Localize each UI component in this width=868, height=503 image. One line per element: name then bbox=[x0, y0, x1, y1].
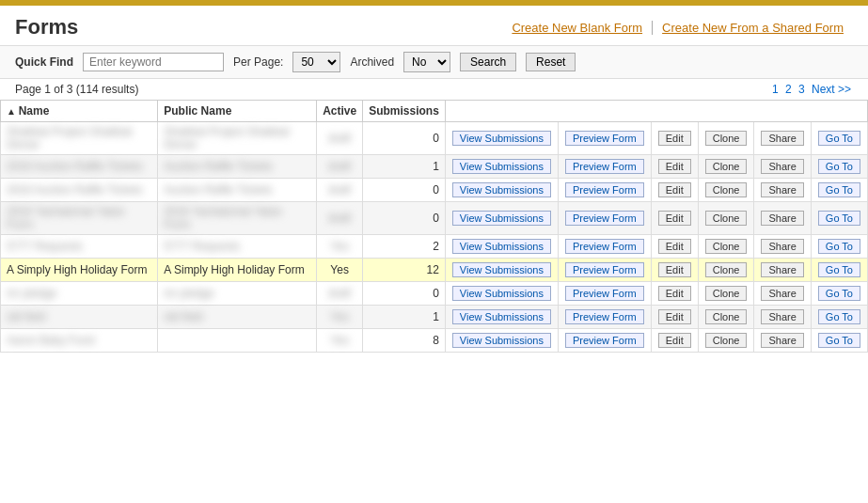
edit-button[interactable]: Edit bbox=[658, 286, 691, 301]
goto-button[interactable]: Go To bbox=[818, 211, 860, 226]
preview-form-button[interactable]: Preview Form bbox=[565, 211, 644, 226]
edit-button[interactable]: Edit bbox=[658, 239, 691, 254]
cell-share: Share bbox=[754, 235, 811, 259]
clone-button[interactable]: Clone bbox=[705, 131, 748, 146]
share-button[interactable]: Share bbox=[761, 239, 803, 254]
page-3-link[interactable]: 3 bbox=[798, 83, 805, 96]
reset-button[interactable]: Reset bbox=[526, 53, 576, 71]
cell-public-name: Shabbat Project Shabbat Dinner bbox=[158, 122, 317, 155]
cell-submissions: 1 bbox=[363, 306, 446, 329]
view-submissions-button[interactable]: View Submissions bbox=[452, 159, 551, 174]
cell-active: Yes bbox=[317, 259, 363, 282]
edit-button[interactable]: Edit bbox=[658, 159, 691, 174]
cell-active: Yes bbox=[317, 235, 363, 259]
view-submissions-button[interactable]: View Submissions bbox=[452, 286, 551, 301]
view-submissions-button[interactable]: View Submissions bbox=[452, 131, 551, 146]
share-button[interactable]: Share bbox=[761, 333, 803, 348]
edit-button[interactable]: Edit bbox=[658, 309, 691, 324]
edit-button[interactable]: Edit bbox=[658, 131, 691, 146]
view-submissions-button[interactable]: View Submissions bbox=[452, 262, 551, 277]
share-button[interactable]: Share bbox=[761, 131, 803, 146]
goto-button[interactable]: Go To bbox=[818, 333, 860, 348]
cell-goto: Go To bbox=[811, 259, 867, 282]
cell-share: Share bbox=[754, 155, 811, 179]
cell-view-submissions: View Submissions bbox=[445, 282, 558, 306]
edit-button[interactable]: Edit bbox=[658, 333, 691, 348]
preview-form-button[interactable]: Preview Form bbox=[565, 131, 644, 146]
cell-public-name: old field bbox=[158, 306, 317, 329]
edit-button[interactable]: Edit bbox=[658, 211, 691, 226]
table-row: 2016 Yachatzmat Yatze Form 2016 Yachatzm… bbox=[1, 202, 868, 235]
share-button[interactable]: Share bbox=[761, 309, 803, 324]
cell-preview-form: Preview Form bbox=[558, 259, 651, 282]
page-numbers: 1 2 3 Next >> bbox=[770, 83, 853, 96]
cell-share: Share bbox=[754, 259, 811, 282]
page-1-link[interactable]: 1 bbox=[772, 83, 779, 96]
goto-button[interactable]: Go To bbox=[818, 131, 860, 146]
cell-name: A Simply High Holiday Form bbox=[1, 259, 158, 282]
share-button[interactable]: Share bbox=[761, 182, 803, 197]
clone-button[interactable]: Clone bbox=[705, 309, 748, 324]
clone-button[interactable]: Clone bbox=[705, 182, 748, 197]
preview-form-button[interactable]: Preview Form bbox=[565, 262, 644, 277]
table-container: Name Public Name Active Submissions Shab… bbox=[0, 100, 868, 353]
view-submissions-button[interactable]: View Submissions bbox=[452, 182, 551, 197]
cell-clone: Clone bbox=[698, 306, 754, 329]
preview-form-button[interactable]: Preview Form bbox=[565, 239, 644, 254]
clone-button[interactable]: Clone bbox=[705, 333, 748, 348]
goto-button[interactable]: Go To bbox=[818, 239, 860, 254]
edit-button[interactable]: Edit bbox=[658, 262, 691, 277]
share-button[interactable]: Share bbox=[761, 286, 803, 301]
search-input[interactable] bbox=[83, 53, 224, 71]
clone-button[interactable]: Clone bbox=[705, 262, 748, 277]
cell-clone: Clone bbox=[698, 282, 754, 306]
goto-button[interactable]: Go To bbox=[818, 309, 860, 324]
cell-view-submissions: View Submissions bbox=[445, 179, 558, 202]
cell-public-name: 2016 Yachatzmat Yatze Form bbox=[158, 202, 317, 235]
create-shared-form-link[interactable]: Create New From a Shared Form bbox=[653, 21, 853, 35]
archived-select[interactable]: No Yes All bbox=[403, 52, 450, 72]
cell-name: Aaron Baby Fund bbox=[1, 329, 158, 353]
cell-goto: Go To bbox=[811, 122, 867, 155]
col-name[interactable]: Name bbox=[1, 101, 158, 122]
goto-button[interactable]: Go To bbox=[818, 159, 860, 174]
preview-form-button[interactable]: Preview Form bbox=[565, 159, 644, 174]
preview-form-button[interactable]: Preview Form bbox=[565, 286, 644, 301]
table-row: Aaron Baby Fund Yes 8 View Submissions P… bbox=[1, 329, 868, 353]
clone-button[interactable]: Clone bbox=[705, 286, 748, 301]
table-row: Shabbat Project Shabbat Dinner Shabbat P… bbox=[1, 122, 868, 155]
cell-view-submissions: View Submissions bbox=[445, 235, 558, 259]
cell-edit: Edit bbox=[651, 179, 698, 202]
goto-button[interactable]: Go To bbox=[818, 286, 860, 301]
page-2-link[interactable]: 2 bbox=[785, 83, 792, 96]
preview-form-button[interactable]: Preview Form bbox=[565, 333, 644, 348]
view-submissions-button[interactable]: View Submissions bbox=[452, 239, 551, 254]
edit-button[interactable]: Edit bbox=[658, 182, 691, 197]
create-blank-form-link[interactable]: Create New Blank Form bbox=[502, 21, 653, 35]
cell-view-submissions: View Submissions bbox=[445, 122, 558, 155]
cell-goto: Go To bbox=[811, 179, 867, 202]
clone-button[interactable]: Clone bbox=[705, 239, 748, 254]
view-submissions-button[interactable]: View Submissions bbox=[452, 211, 551, 226]
cell-submissions: 8 bbox=[363, 329, 446, 353]
next-link[interactable]: Next >> bbox=[812, 83, 851, 96]
cell-preview-form: Preview Form bbox=[558, 179, 651, 202]
cell-view-submissions: View Submissions bbox=[445, 306, 558, 329]
share-button[interactable]: Share bbox=[761, 211, 803, 226]
goto-button[interactable]: Go To bbox=[818, 182, 860, 197]
view-submissions-button[interactable]: View Submissions bbox=[452, 333, 551, 348]
preview-form-button[interactable]: Preview Form bbox=[565, 182, 644, 197]
clone-button[interactable]: Clone bbox=[705, 211, 748, 226]
share-button[interactable]: Share bbox=[761, 159, 803, 174]
view-submissions-button[interactable]: View Submissions bbox=[452, 309, 551, 324]
clone-button[interactable]: Clone bbox=[705, 159, 748, 174]
goto-button[interactable]: Go To bbox=[818, 262, 860, 277]
cell-active: draft bbox=[317, 155, 363, 179]
search-button[interactable]: Search bbox=[460, 53, 516, 71]
cell-public-name bbox=[158, 329, 317, 353]
cell-edit: Edit bbox=[651, 202, 698, 235]
cell-submissions: 12 bbox=[363, 259, 446, 282]
preview-form-button[interactable]: Preview Form bbox=[565, 309, 644, 324]
share-button[interactable]: Share bbox=[761, 262, 803, 277]
per-page-select[interactable]: 50 25 100 bbox=[292, 52, 340, 72]
